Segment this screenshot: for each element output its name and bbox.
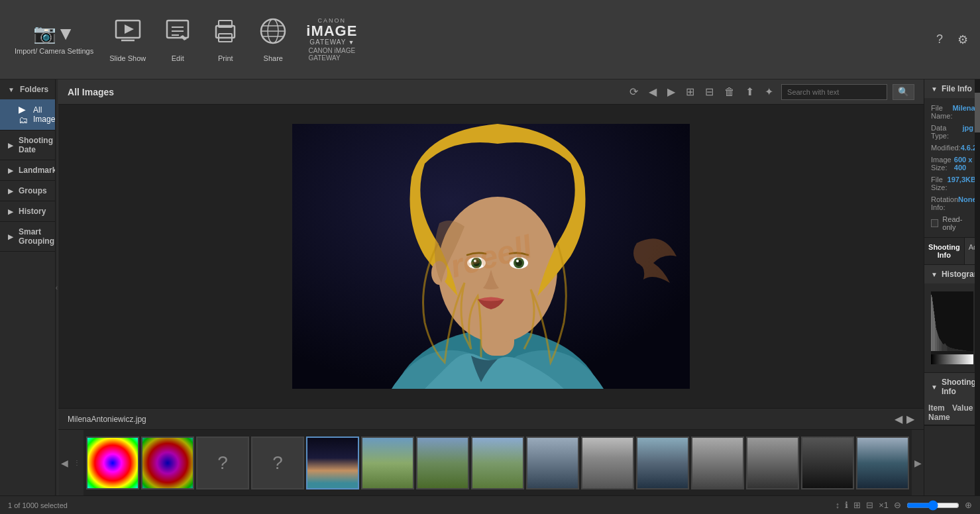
file-info-content: File Name: MilenaAntoniewicz Data Type: … [924,98,980,237]
slideshow-btn[interactable]: Slide Show [101,10,154,68]
canon-gateway-btn[interactable]: CANON iMAGE GATEWAY ▼ CANON iMAGEGATEWAY [297,12,366,67]
folders-section: ▼ Folders ▶ 🗂 All Images [0,79,55,130]
svg-rect-80 [952,348,953,351]
sort-btn[interactable]: ↕ [836,500,840,510]
readonly-row: Read-only [931,213,973,233]
toolbar-right-actions: ? ⚙ [931,30,973,50]
delete-btn[interactable]: 🗑 [722,85,737,99]
all-images-icon: ▶ 🗂 [19,104,28,125]
groups-header[interactable]: ▶ Groups [0,181,55,201]
status-bar: 1 of 1000 selected ↕ ℹ ⊞ ⊟ ×1 ⊖ ⊕ [0,495,980,514]
svg-rect-60 [944,344,944,351]
info-btn[interactable]: ℹ [845,500,848,510]
print-btn[interactable]: Print [201,10,249,68]
history-label: History [19,207,46,216]
shooting-date-header[interactable]: ▶ Shooting Date [0,130,55,160]
thumbnail-1[interactable] [141,437,194,489]
zoom-1x-btn[interactable]: ×1 [879,500,889,510]
thumbnail-12[interactable] [746,437,799,489]
thumbnail-6[interactable] [416,437,469,489]
import-label: Import/ Camera Settings [15,47,93,56]
thumbnail-3[interactable]: ? [251,437,304,489]
edit-btn[interactable]: ▼ Edit [154,10,201,68]
print-icon [209,15,241,52]
main-image: reeell [292,124,690,389]
right-panel-scrollbar[interactable] [975,79,980,495]
selection-count: 1 of 1000 selected [8,501,68,509]
search-input[interactable] [781,84,887,100]
thumbnail-10[interactable] [636,437,689,489]
svg-rect-98 [960,350,961,351]
svg-rect-90 [957,349,957,351]
svg-rect-86 [955,349,955,351]
strip-handle[interactable]: ⋮ [70,430,83,495]
thumbnail-9[interactable] [581,437,634,489]
svg-rect-52 [940,340,941,351]
svg-rect-96 [959,350,959,351]
all-images-label: All Images [33,105,56,124]
grid-view-btn[interactable]: ⊞ [683,84,697,99]
landmarks-header[interactable]: ▶ Landmarks [0,160,55,180]
groups-chevron: ▶ [8,187,13,195]
import-camera-btn[interactable]: 📷▼ Import/ Camera Settings [7,17,101,61]
strip-scroll-right-btn[interactable]: ▶ [912,430,924,495]
histogram-section: ▼ Histogram [924,265,980,373]
svg-point-19 [438,197,557,342]
thumbnail-4-selected[interactable] [306,437,359,489]
zoom-in-btn[interactable]: ⊕ [965,500,972,510]
detail-view-btn[interactable]: ⊟ [702,84,716,99]
export-btn[interactable]: ⬆ [743,84,757,99]
next-image-btn[interactable]: ▶ [906,413,914,425]
svg-rect-45 [938,334,938,351]
svg-rect-93 [958,349,959,351]
next-page-btn[interactable]: ▶ [665,84,678,99]
thumbnail-2[interactable]: ? [196,437,249,489]
canon-arrow: ▼ [348,39,354,46]
svg-rect-74 [950,348,950,351]
scrollbar-thumb[interactable] [975,93,980,132]
shooting-info-tab[interactable]: Shooting Info [924,238,965,264]
svg-rect-31 [932,298,932,351]
file-info-row-0: File Name: MilenaAntoniewicz [931,102,973,122]
history-header[interactable]: ▶ History [0,201,55,221]
history-chevron: ▶ [8,208,13,215]
thumbnail-7[interactable] [471,437,524,489]
all-images-item[interactable]: ▶ 🗂 All Images [0,99,55,130]
thumbnail-5[interactable] [361,437,414,489]
groups-section: ▶ Groups [0,181,55,201]
grid-md-btn[interactable]: ⊟ [866,500,873,510]
grid-sm-btn[interactable]: ⊞ [853,500,861,510]
svg-rect-67 [947,346,948,351]
landmarks-label: Landmarks [19,166,56,175]
smart-grouping-header[interactable]: ▶ Smart Grouping [0,222,55,251]
zoom-slider[interactable] [906,500,959,511]
svg-rect-49 [939,338,940,351]
shooting-info-header[interactable]: ▼ Shooting Info [924,373,980,401]
thumbnail-13[interactable] [801,437,854,489]
file-info-header[interactable]: ▼ File Info [924,79,980,98]
strip-scroll-left-btn[interactable]: ◀ [58,430,70,495]
thumbnail-11[interactable] [691,437,744,489]
folders-label: Folders [20,85,48,94]
svg-rect-101 [961,350,962,351]
thumbnail-14[interactable] [856,437,909,489]
search-btn[interactable]: 🔍 [893,84,914,100]
help-btn[interactable]: ? [931,30,948,50]
prev-page-btn[interactable]: ◀ [646,84,659,99]
folders-header[interactable]: ▼ Folders [0,79,55,99]
thumbnail-0[interactable] [86,437,139,489]
refresh-btn[interactable]: ⟳ [627,84,641,99]
settings-btn[interactable]: ⚙ [952,30,973,50]
histogram-header[interactable]: ▼ Histogram [924,265,980,283]
zoom-out-btn[interactable]: ⊖ [894,500,901,510]
svg-rect-63 [945,344,946,351]
page-title: All Images [68,87,622,97]
svg-rect-58 [943,344,944,351]
more-btn[interactable]: ✦ [762,84,776,99]
readonly-checkbox[interactable] [931,219,938,227]
canon-full-label: CANON iMAGEGATEWAY [309,47,356,62]
thumbnail-8[interactable] [526,437,579,489]
prev-image-btn[interactable]: ◀ [895,413,902,425]
share-btn[interactable]: Share [249,10,297,68]
svg-rect-88 [955,349,956,351]
